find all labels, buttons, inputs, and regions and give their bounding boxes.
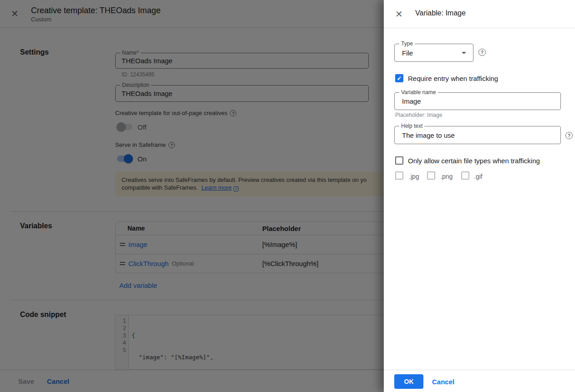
panel-cancel-button[interactable]: Cancel: [432, 378, 454, 386]
panel-close-icon[interactable]: ✕: [395, 10, 403, 19]
panel-title: Variable: Image: [415, 9, 466, 17]
check-icon: ✓: [397, 75, 402, 82]
panel-header: ✕ Variable: Image: [384, 0, 575, 28]
variable-name-field[interactable]: Variable name Image: [394, 92, 561, 110]
variable-name-helper: Placeholder: Image: [395, 112, 442, 118]
png-label: .png: [440, 172, 453, 181]
help-text-help-icon[interactable]: ?: [565, 132, 573, 139]
variable-edit-panel: ✕ Variable: Image Type File ? ✓ Require …: [384, 0, 575, 392]
panel-footer: OK Cancel: [384, 370, 575, 392]
gif-checkbox: [461, 171, 469, 180]
gif-label: .gif: [474, 172, 483, 181]
jpg-checkbox: [395, 171, 403, 180]
only-file-types-checkbox[interactable]: [395, 156, 403, 165]
require-entry-checkbox[interactable]: ✓: [395, 74, 403, 82]
variable-name-value: Image: [402, 93, 557, 110]
require-entry-label: Require entry when trafficking: [408, 75, 498, 83]
png-checkbox: [427, 171, 435, 180]
screen: ✕ Creative template: THEOads Image Custo…: [0, 0, 575, 392]
jpg-label: .jpg: [409, 172, 419, 181]
ok-button[interactable]: OK: [394, 374, 423, 389]
type-select[interactable]: Type File: [394, 44, 473, 62]
only-file-types-label: Only allow certain file types when traff…: [408, 157, 540, 165]
chevron-down-icon: [462, 52, 466, 54]
type-help-icon[interactable]: ?: [478, 49, 486, 56]
help-text-field[interactable]: Help text The image to use: [394, 126, 561, 144]
type-select-value: File: [402, 44, 469, 61]
help-text-value: The image to use: [402, 126, 557, 144]
